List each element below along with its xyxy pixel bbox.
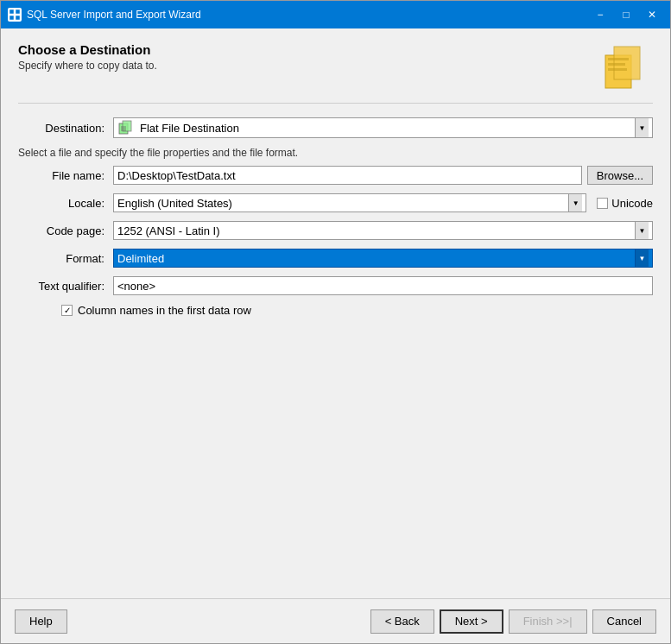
cancel-button[interactable]: Cancel — [592, 609, 656, 634]
browse-button[interactable]: Browse... — [587, 166, 653, 185]
svg-rect-10 — [123, 121, 131, 131]
file-description: Select a file and specify the file prope… — [18, 147, 653, 159]
format-dropdown-text: Delimited — [117, 252, 635, 265]
destination-dropdown-arrow: ▼ — [635, 118, 649, 137]
text-qualifier-label: Text qualifier: — [18, 280, 113, 293]
format-label: Format: — [18, 252, 113, 265]
code-page-dropdown-text: 1252 (ANSI - Latin I) — [117, 224, 635, 237]
column-names-label: Column names in the first data row — [78, 304, 251, 317]
destination-dropdown-text: Flat File Destination — [140, 122, 635, 135]
header-icon — [601, 42, 653, 94]
svg-rect-3 — [16, 16, 20, 20]
unicode-label: Unicode — [611, 197, 653, 210]
window-title: SQL Server Import and Export Wizard — [27, 9, 589, 21]
destination-dropdown[interactable]: Flat File Destination ▼ — [113, 117, 653, 138]
format-dropdown-arrow: ▼ — [635, 249, 649, 267]
svg-rect-8 — [608, 68, 627, 71]
svg-rect-7 — [608, 63, 625, 66]
destination-row: Destination: Flat File Dest — [18, 117, 653, 138]
header-section: Choose a Destination Specify where to co… — [18, 42, 653, 104]
code-page-dropdown[interactable]: 1252 (ANSI - Latin I) ▼ — [113, 221, 653, 240]
code-page-control: 1252 (ANSI - Latin I) ▼ — [113, 221, 653, 240]
file-name-input[interactable] — [113, 166, 582, 185]
locale-dropdown[interactable]: English (United States) ▼ — [113, 193, 586, 212]
column-names-checkbox[interactable]: ✓ — [61, 305, 73, 316]
help-button[interactable]: Help — [15, 609, 67, 634]
svg-rect-0 — [9, 9, 14, 14]
file-name-label: File name: — [18, 169, 113, 182]
destination-control: Flat File Destination ▼ — [113, 117, 653, 138]
minimize-button[interactable]: − — [589, 6, 611, 23]
title-bar: SQL Server Import and Export Wizard − □ … — [1, 1, 670, 28]
unicode-checkbox-row: Unicode — [597, 197, 653, 210]
code-page-label: Code page: — [18, 224, 113, 237]
window-icon — [8, 8, 22, 22]
format-control: Delimited ▼ — [113, 249, 653, 268]
maximize-button[interactable]: □ — [615, 6, 637, 23]
locale-row: Locale: English (United States) ▼ Unicod… — [18, 193, 653, 212]
file-name-control: Browse... — [113, 166, 653, 185]
text-qualifier-row: Text qualifier: — [18, 276, 653, 295]
main-window: SQL Server Import and Export Wizard − □ … — [0, 0, 671, 644]
form-area: Destination: Flat File Dest — [18, 117, 653, 590]
svg-rect-2 — [9, 16, 14, 20]
svg-rect-6 — [608, 58, 629, 60]
locale-dropdown-text: English (United States) — [117, 197, 568, 210]
footer: Help < Back Next > Finish >>| Cancel — [1, 598, 670, 643]
header-text: Choose a Destination Specify where to co… — [18, 42, 157, 72]
format-row: Format: Delimited ▼ — [18, 249, 653, 268]
code-page-row: Code page: 1252 (ANSI - Latin I) ▼ — [18, 221, 653, 240]
text-qualifier-input[interactable] — [113, 276, 653, 295]
locale-dropdown-arrow: ▼ — [568, 194, 582, 212]
close-button[interactable]: ✕ — [641, 6, 663, 23]
next-button[interactable]: Next > — [440, 609, 503, 634]
finish-button: Finish >>| — [509, 609, 587, 634]
svg-rect-1 — [16, 9, 20, 14]
page-subtitle: Specify where to copy data to. — [18, 60, 157, 72]
unicode-checkbox[interactable] — [597, 198, 608, 209]
window-controls: − □ ✕ — [589, 6, 663, 23]
page-title: Choose a Destination — [18, 42, 157, 57]
destination-label: Destination: — [18, 122, 113, 135]
column-names-row: ✓ Column names in the first data row — [61, 304, 653, 317]
destination-dropdown-icon — [117, 119, 135, 136]
file-name-row: File name: Browse... — [18, 166, 653, 185]
code-page-dropdown-arrow: ▼ — [635, 222, 649, 239]
locale-control: English (United States) ▼ Unicode — [113, 193, 653, 212]
text-qualifier-control — [113, 276, 653, 295]
format-dropdown[interactable]: Delimited ▼ — [113, 249, 653, 268]
locale-label: Locale: — [18, 197, 113, 210]
back-button[interactable]: < Back — [370, 609, 434, 634]
content-area: Choose a Destination Specify where to co… — [1, 28, 670, 598]
